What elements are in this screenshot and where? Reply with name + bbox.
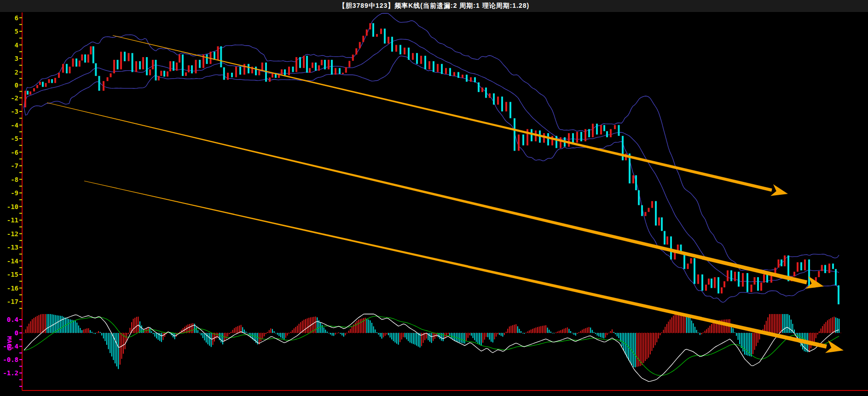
candle-up [445, 68, 447, 74]
macd-hist-bar-up [756, 333, 757, 346]
macd-hist-bar-down [341, 333, 342, 335]
macd-hist-bar-up [496, 333, 497, 337]
macd-hist-bar-up [292, 330, 293, 333]
macd-hist-bar-down [322, 325, 323, 333]
macd-hist-bar-down [575, 333, 576, 336]
macd-hist-bar-down [116, 333, 117, 367]
macd-hist-bar-down [746, 333, 747, 355]
candle-up [295, 57, 297, 72]
candle-down [95, 63, 97, 76]
candle-down [493, 93, 495, 105]
macd-hist-bar-down [595, 333, 596, 334]
macd-hist-bar-down [481, 333, 482, 346]
candle-up [760, 283, 762, 291]
macd-hist-bar-up [270, 328, 271, 333]
candle-up [342, 73, 344, 74]
candle-up [518, 134, 520, 151]
macd-hist-bar-down [700, 333, 700, 335]
macd-hist-bar-down [376, 332, 377, 333]
macd-hist-bar-up [759, 333, 760, 339]
macd-hist-bar-down [477, 333, 478, 344]
macd-hist-bar-up [385, 333, 386, 336]
candle-up [784, 256, 786, 267]
macd-hist-bar-up [675, 314, 676, 333]
macd-hist-bar-down [476, 333, 477, 342]
candle-up [48, 79, 50, 83]
macd-hist-bar-down [80, 328, 81, 333]
candle-up [113, 60, 115, 73]
kline-chart-canvas[interactable]: 654320-2-3-4-5-6-7-8-9-10-11-12-13-14-15… [0, 0, 868, 396]
macd-hist-bar-up [40, 314, 41, 333]
macd-hist-bar-up [299, 324, 300, 333]
macd-hist-bar-down [378, 333, 379, 335]
macd-hist-bar-up [43, 314, 44, 333]
candle-down [588, 129, 590, 137]
candle-down [441, 64, 443, 74]
macd-hist-bar-up [363, 318, 364, 333]
macd-hist-bar-up [399, 333, 400, 342]
macd-hist-bar-down [689, 318, 690, 333]
macd-hist-bar-up [262, 333, 263, 339]
macd-hist-bar-up [87, 328, 87, 333]
candle-up [103, 81, 104, 91]
candle-down [832, 263, 834, 269]
main-axis-label: -5 [11, 135, 18, 142]
macd-hist-bar-up [772, 314, 773, 333]
macd-hist-bar-down [573, 333, 574, 335]
candle-up [437, 64, 439, 72]
macd-hist-bar-up [680, 314, 681, 333]
candle-down [384, 29, 386, 44]
candle-up [797, 262, 799, 272]
macd-hist-bar-up [27, 326, 28, 333]
macd-hist-bar-down [115, 333, 116, 363]
macd-hist-bar-down [416, 333, 417, 346]
macd-hist-bar-down [739, 333, 740, 344]
macd-hist-bar-down [734, 332, 735, 333]
macd-hist-bar-up [605, 333, 606, 338]
macd-hist-bar-down [696, 330, 697, 333]
macd-hist-bar-down [274, 331, 275, 333]
candle-up [87, 54, 89, 63]
macd-hist-bar-up [817, 333, 818, 335]
candle-up [708, 279, 710, 285]
macd-hist-bar-down [244, 330, 245, 333]
candle-up [453, 72, 455, 76]
macd-hist-bar-down [592, 330, 593, 333]
macd-hist-bar-up [529, 331, 530, 333]
macd-hist-bar-down [736, 333, 737, 336]
macd-hist-bar-down [572, 333, 573, 333]
candle-down [42, 82, 44, 87]
macd-hist-bar-up [348, 331, 349, 333]
macd-hist-bar-down [492, 333, 493, 343]
candle-up [318, 65, 320, 71]
candle-up [470, 77, 472, 82]
candle-up [149, 70, 151, 76]
candle-down [155, 60, 157, 81]
macd-hist-bar-down [370, 320, 370, 333]
candle-up [793, 272, 795, 276]
candle-up [369, 23, 371, 29]
trend-arrow-head-2 [805, 276, 824, 289]
candle-up [658, 217, 660, 226]
macd-hist-bar-up [482, 333, 483, 343]
candle-down [572, 133, 574, 143]
macd-hist-bar-down [78, 326, 79, 333]
main-axis-label: -16 [7, 285, 18, 292]
macd-hist-bar-down [393, 333, 394, 341]
macd-hist-bar-up [335, 333, 336, 335]
macd-hist-bar-up [562, 329, 563, 333]
candle-up [610, 129, 612, 137]
macd-hist-bar-up [509, 326, 510, 333]
macd-hist-bar-up [556, 332, 556, 333]
candle-up [152, 60, 154, 70]
macd-hist-bar-up [758, 333, 758, 343]
macd-hist-bar-down [93, 333, 94, 333]
macd-hist-bar-up [612, 329, 613, 333]
macd-hist-bar-up [577, 333, 578, 334]
macd-hist-bar-up [32, 319, 33, 333]
candle-up [309, 68, 311, 73]
macd-hist-bar-up [98, 331, 99, 333]
macd-hist-bar-up [829, 319, 830, 333]
main-axis-label: -10 [7, 203, 18, 210]
macd-hist-bar-down [429, 333, 430, 342]
